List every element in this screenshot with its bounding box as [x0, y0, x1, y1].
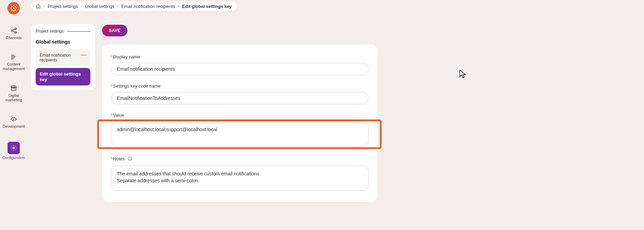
- field-label: *Settings key code name: [111, 83, 369, 89]
- sidebar-card: Project settings Global settings Email n…: [31, 24, 95, 90]
- value-input[interactable]: [111, 121, 369, 147]
- nav-channels[interactable]: Channels: [0, 25, 27, 44]
- field-value: *Value: [111, 113, 369, 148]
- nav-label: Content management: [0, 62, 27, 71]
- code-name-input[interactable]: [111, 92, 369, 104]
- info-icon[interactable]: [127, 156, 132, 162]
- field-code-name: *Settings key code name: [111, 83, 369, 104]
- svg-point-3: [16, 8, 17, 9]
- code-icon: [0, 115, 27, 123]
- nav-content-management[interactable]: Content management: [0, 51, 27, 75]
- notes-input[interactable]: [111, 165, 369, 191]
- field-label: *Notes: [111, 156, 369, 162]
- store-icon: [0, 84, 27, 92]
- home-icon: [36, 4, 41, 9]
- minus-icon: —: [81, 53, 86, 57]
- svg-point-9: [11, 30, 12, 31]
- svg-point-11: [15, 32, 16, 33]
- breadcrumb-item[interactable]: Email notification recipients: [121, 4, 175, 9]
- nav-configuration[interactable]: Configuration: [0, 140, 27, 164]
- left-nav: Channels Content management Digital mark…: [0, 0, 27, 230]
- required-marker: *: [111, 83, 113, 89]
- chevron-right-icon: ›: [117, 4, 119, 9]
- display-name-input[interactable]: [111, 63, 369, 75]
- sidebar-item-edit-global-settings-key[interactable]: Edit global settings key: [36, 68, 90, 85]
- divider: [67, 31, 90, 32]
- svg-point-5: [15, 9, 16, 11]
- chevron-right-icon: ›: [81, 4, 82, 9]
- svg-point-4: [11, 6, 13, 7]
- sidebar-item-label: Email notification recipients: [40, 53, 81, 62]
- cursor-icon: [459, 69, 467, 80]
- field-label: *Value: [111, 113, 369, 118]
- required-marker: *: [111, 156, 113, 161]
- svg-point-0: [13, 5, 14, 7]
- svg-point-2: [11, 8, 12, 9]
- svg-point-1: [13, 10, 14, 12]
- gear-icon: [8, 142, 20, 154]
- field-label: *Display name: [111, 54, 369, 59]
- nav-label: Development: [0, 124, 27, 129]
- nav-development[interactable]: Development: [0, 113, 27, 133]
- sidebar-item-email-notification-recipients[interactable]: Email notification recipients —: [36, 49, 90, 66]
- breadcrumb-item[interactable]: Project settings: [48, 4, 78, 9]
- chevron-right-icon: ›: [178, 4, 179, 9]
- app-logo[interactable]: [8, 2, 20, 14]
- save-button[interactable]: SAVE: [102, 25, 127, 36]
- nav-label: Digital marketing: [0, 93, 27, 102]
- form-card: *Display name *Settings key code name *V…: [102, 45, 377, 202]
- required-marker: *: [111, 113, 113, 118]
- field-display-name: *Display name: [111, 54, 369, 75]
- breadcrumb-item-current: Edit global settings key: [182, 4, 232, 9]
- field-notes: *Notes: [111, 156, 369, 192]
- chevron-right-icon: ›: [44, 4, 45, 9]
- svg-point-8: [13, 8, 14, 9]
- svg-point-6: [11, 9, 13, 11]
- lines-icon: [0, 53, 27, 61]
- required-marker: *: [111, 54, 113, 59]
- sidebar-section-label: Project settings: [36, 29, 90, 34]
- nav-label: Configuration: [0, 156, 27, 160]
- snowflake-icon: [10, 4, 17, 12]
- breadcrumb-item[interactable]: Global settings: [85, 4, 114, 9]
- breadcrumb: › Project settings › Global settings › E…: [31, 1, 237, 11]
- nav-label: Channels: [0, 36, 27, 40]
- nav-digital-marketing[interactable]: Digital marketing: [0, 82, 27, 106]
- share-icon: [0, 27, 27, 34]
- sidebar-heading[interactable]: Global settings: [36, 39, 90, 45]
- svg-point-10: [15, 28, 16, 29]
- svg-point-12: [13, 147, 15, 149]
- svg-point-7: [15, 6, 16, 7]
- breadcrumb-home[interactable]: [36, 4, 41, 9]
